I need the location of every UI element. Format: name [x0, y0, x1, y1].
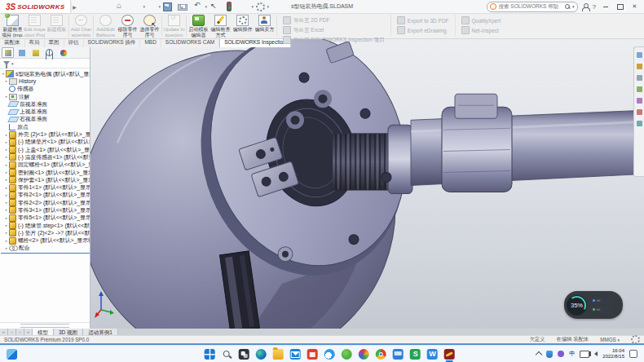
command-tab[interactable]: 布局 — [25, 38, 45, 47]
command-tab[interactable]: 草图 — [45, 38, 64, 47]
tray-app-icon[interactable] — [558, 351, 564, 357]
tree-item[interactable]: ▸ (-) 上盖<1> (默认<<默认>_显示状态 — [1, 146, 90, 153]
taskbar-app-icon[interactable] — [376, 349, 386, 360]
search-dropdown-caret[interactable]: ▾ — [572, 4, 575, 9]
minimize-button[interactable] — [600, 2, 611, 11]
command-tab[interactable]: 装配体 — [0, 38, 25, 47]
panel-tab[interactable] — [57, 47, 69, 58]
command-tab[interactable]: SOLIDWORKS CAM — [161, 38, 219, 47]
tree-item[interactable]: ▸ 零件2<1> (默认<<默认>_显示状态 — [1, 192, 90, 199]
panel-tab[interactable] — [29, 47, 42, 58]
ribbon-button[interactable] — [161, 15, 162, 37]
clock[interactable]: 16:04 2022/8/15 — [602, 348, 624, 360]
tree-filter-bar[interactable]: ▾ — [0, 59, 90, 68]
tree-item[interactable]: ▸ 零件1<1> (默认<<默认>_显示状态 — [1, 183, 90, 191]
task-pane-strip[interactable] — [633, 46, 644, 177]
task-pane-custom-props-icon[interactable] — [637, 109, 642, 115]
login-icon[interactable] — [582, 3, 589, 11]
tree-item[interactable]: ▸ 上视基准面 — [1, 108, 90, 115]
widgets-icon[interactable] — [7, 349, 17, 360]
task-pane-resources-icon[interactable] — [637, 52, 642, 58]
units-selector[interactable]: MMGS ▾ — [600, 337, 620, 342]
quick-access-icon[interactable] — [178, 2, 187, 11]
export-item[interactable]: 导出至 2D PDF — [283, 16, 385, 24]
tree-item[interactable]: ▸ 保护套<1> (默认<<默认>_显示状态 — [1, 176, 90, 183]
overlay-widget-button-1[interactable]: «‹ — [590, 297, 612, 304]
taskbar-app-icon[interactable] — [273, 349, 284, 360]
notification-center-icon[interactable] — [629, 350, 637, 358]
command-tab[interactable]: SOLIDWORKS Inspection — [219, 38, 291, 47]
ime-indicator[interactable]: 中 — [569, 350, 575, 358]
tree-item[interactable]: ▸ 零件2<2> (默认<<默认>_显示状态 — [1, 199, 90, 206]
tree-item[interactable]: ▸ 右视基准面 — [1, 116, 90, 123]
panel-splitter[interactable] — [0, 322, 90, 329]
quick-access-icon[interactable] — [131, 2, 141, 11]
taskbar-app-icon[interactable] — [205, 349, 215, 360]
task-pane-view-palette-icon[interactable] — [637, 86, 642, 92]
taskbar-app-icon[interactable] — [427, 349, 438, 360]
tree-item[interactable]: ▸ History — [1, 77, 90, 85]
taskbar-app-icon[interactable] — [393, 349, 404, 360]
command-tab[interactable]: SOLIDWORKS 插件 — [84, 38, 141, 47]
panel-tab[interactable] — [43, 47, 55, 58]
tree-item[interactable]: ▸ 前视基准面 — [1, 100, 90, 108]
taskbar-app-icon[interactable] — [256, 349, 267, 360]
taskbar-app-icon[interactable] — [307, 349, 318, 360]
screen-overlay-widget[interactable]: 35% «‹ «‹ — [564, 291, 623, 319]
search-input[interactable]: 搜索 SOLIDWORKS 帮助 ▾ — [487, 2, 578, 12]
tree-item[interactable]: ▸ 注解 — [1, 93, 90, 100]
taskbar-app-icon[interactable] — [290, 349, 301, 360]
ribbon-button[interactable] — [186, 15, 187, 37]
filter-dropdown-caret[interactable]: ▾ — [11, 61, 14, 66]
export-item[interactable]: 导出至 Excel — [283, 26, 385, 34]
restore-button[interactable] — [615, 2, 625, 11]
tree-item[interactable]: ▸ 外壳 (2)<1> (默认<<默认>_显示状态 — [1, 130, 90, 138]
command-tab[interactable]: MBD — [140, 38, 161, 47]
export-item[interactable]: Export eDrawing — [397, 26, 449, 34]
quick-access-icon[interactable] — [255, 2, 265, 11]
tree-item[interactable]: ▸ (-) 绝缘垫片<1> (默认<<默认>_显示 — [1, 139, 90, 146]
tree-item[interactable]: ▸ 传感器 — [1, 86, 90, 93]
taskbar-app-icon[interactable] — [239, 349, 249, 360]
ribbon-button[interactable] — [93, 15, 94, 37]
quick-access-icon[interactable] — [240, 2, 249, 11]
help-icon[interactable]: ? — [593, 3, 596, 11]
volume-icon[interactable] — [594, 351, 598, 356]
ribbon-button[interactable]: 编辑卖方 — [254, 14, 276, 38]
overlay-widget-button-2[interactable]: «‹ — [590, 306, 612, 313]
tree-item[interactable]: ▸ 原点 — [1, 123, 90, 130]
ribbon-button[interactable]: Edit Inspection Project — [24, 14, 46, 38]
quick-access-icon[interactable] — [162, 2, 172, 11]
close-button[interactable] — [629, 2, 640, 11]
graphics-viewport[interactable]: 35% «‹ «‹ — [90, 38, 644, 329]
taskbar-app-icon[interactable] — [342, 349, 352, 360]
panel-tab[interactable] — [2, 47, 14, 58]
taskbar-app-icon[interactable] — [444, 349, 455, 360]
tree-root-item[interactable]: ▾ s型铠装热电偶 (默认<默认_显示状态-1 — [1, 70, 90, 77]
tree-item[interactable]: ▸ 零件5<1> (默认<<默认>_显示状态 — [1, 214, 90, 222]
export-item[interactable]: Export to 3D PDF — [397, 16, 449, 24]
tray-overflow-chevron-icon[interactable] — [536, 351, 542, 358]
panel-tab[interactable] — [71, 47, 83, 58]
command-tab[interactable]: 评估 — [64, 38, 84, 47]
quick-access-icon[interactable] — [224, 2, 234, 11]
quick-access-icon[interactable] — [193, 2, 203, 11]
tree-item[interactable]: ▸ (-) 垫片 (2)<2> ->? (默认<<默认>_显 — [1, 229, 90, 236]
ribbon-button[interactable]: 编辑操作 — [232, 14, 254, 38]
task-pane-library-icon[interactable] — [637, 64, 642, 69]
zoom-percent-indicator[interactable]: 35% — [567, 295, 587, 316]
panel-tab[interactable] — [15, 47, 28, 58]
tree-item[interactable]: ▸ 螺栓<2> (默认<<默认>_显示状态 — [1, 237, 90, 245]
tree-item[interactable]: ▸ 配合 — [1, 245, 90, 252]
quick-access-icon[interactable] — [116, 2, 126, 11]
task-pane-forum-icon[interactable] — [637, 121, 642, 126]
export-item[interactable]: Net-Inspect — [461, 26, 501, 34]
quick-access-icon[interactable] — [147, 2, 157, 11]
tree-item[interactable]: ▸ (-) 温度传感器<1> (默认<<默认>_显 — [1, 153, 90, 161]
task-pane-explorer-icon[interactable] — [637, 75, 642, 81]
taskbar-app-icon[interactable] — [359, 349, 369, 360]
quick-access-icon[interactable] — [209, 2, 218, 11]
search-icon[interactable] — [565, 4, 570, 9]
tree-item[interactable]: ▸ 固定螺栓<1> (默认<<默认>_显示状 — [1, 161, 90, 169]
ribbon-button[interactable] — [68, 15, 69, 37]
